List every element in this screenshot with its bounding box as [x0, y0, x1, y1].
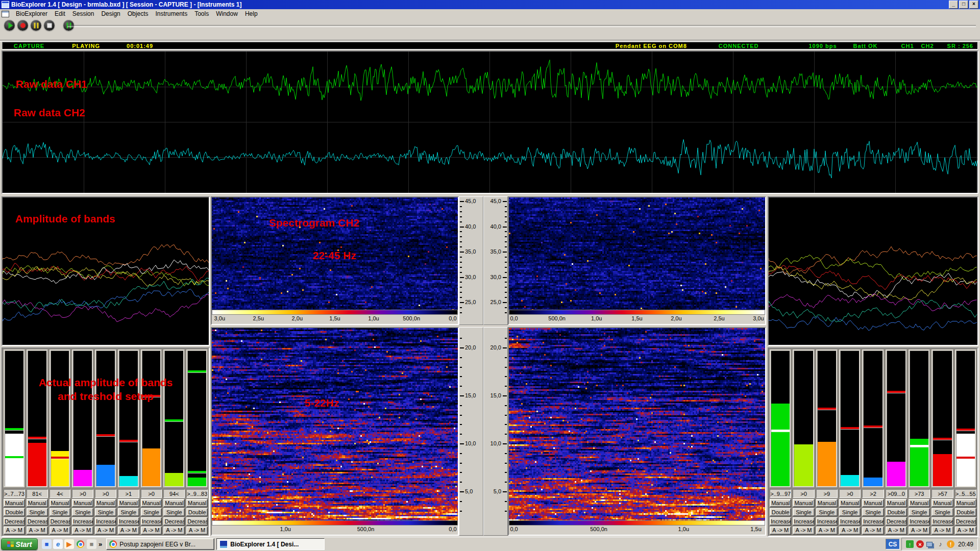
threshold-mark[interactable]	[957, 429, 975, 431]
meter-button-manual[interactable]: Manual	[955, 499, 976, 507]
meter-button-a-m[interactable]: A -> M	[95, 527, 116, 535]
threshold-mark[interactable]	[188, 471, 206, 473]
meter-button-increase[interactable]: Increase	[118, 517, 139, 525]
meter-button-single[interactable]: Single	[141, 508, 162, 516]
meter-button-a-m[interactable]: A -> M	[72, 527, 93, 535]
meter-button-double[interactable]: Double	[4, 508, 25, 516]
meter-button-increase[interactable]: Increase	[95, 517, 116, 525]
meter-button-a-m[interactable]: A -> M	[186, 527, 208, 535]
meter-button-decrease[interactable]: Decrease	[163, 517, 185, 525]
threshold-mark[interactable]	[841, 427, 859, 429]
meter-button-manual[interactable]: Manual	[770, 499, 791, 507]
meter-button-double[interactable]: Double	[770, 508, 791, 516]
meter-button-decrease[interactable]: Decrease	[50, 517, 71, 525]
meter-button-manual[interactable]: Manual	[118, 499, 139, 507]
meter-button-increase[interactable]: Increase	[839, 517, 861, 525]
volume-icon[interactable]: ♪	[937, 540, 944, 548]
meter-button-manual[interactable]: Manual	[839, 499, 861, 507]
menu-session[interactable]: Session	[69, 9, 98, 18]
meter-button-decrease[interactable]: Decrease	[27, 517, 48, 525]
quick-launch-overflow[interactable]: »	[99, 540, 102, 548]
network-icon[interactable]	[926, 542, 933, 547]
meter-button-single[interactable]: Single	[118, 508, 139, 516]
mdi-child-icon[interactable]	[2, 11, 9, 17]
meter-button-single[interactable]: Single	[909, 508, 930, 516]
meter-button-single[interactable]: Single	[839, 508, 861, 516]
meter-button-single[interactable]: Single	[50, 508, 71, 516]
menu-design[interactable]: Design	[97, 9, 124, 18]
explorer-icon[interactable]: ■	[87, 539, 96, 549]
meter-button-double[interactable]: Double	[186, 508, 208, 516]
meter-button-increase[interactable]: Increase	[862, 517, 884, 525]
meter-button-a-m[interactable]: A -> M	[909, 527, 930, 535]
task-button-1[interactable]: Postup zapojení EEG v Br...	[106, 538, 214, 550]
meter-button-decrease[interactable]: Decrease	[955, 517, 976, 525]
safely-remove-icon[interactable]: ↑	[906, 540, 914, 548]
threshold-mark[interactable]	[933, 438, 951, 440]
meter-button-single[interactable]: Single	[95, 508, 116, 516]
meter-button-manual[interactable]: Manual	[27, 499, 48, 507]
meter-button-a-m[interactable]: A -> M	[50, 527, 71, 535]
meter-button-single[interactable]: Single	[163, 508, 185, 516]
menu-tools[interactable]: Tools	[191, 9, 212, 18]
security-shield-icon[interactable]: ×	[916, 540, 924, 548]
task-button-2[interactable]: BioExplorer 1.4 [ Desi...	[216, 538, 325, 550]
meter-button-a-m[interactable]: A -> M	[886, 527, 907, 535]
record-button[interactable]	[17, 20, 28, 31]
threshold-mark[interactable]	[5, 456, 23, 458]
show-desktop-icon[interactable]: ■	[42, 539, 52, 549]
meter-button-a-m[interactable]: A -> M	[27, 527, 48, 535]
threshold-mark[interactable]	[864, 425, 882, 428]
start-button[interactable]: Start	[1, 538, 38, 550]
meter-button-decrease[interactable]: Decrease	[886, 517, 907, 525]
meter-button-manual[interactable]: Manual	[4, 499, 25, 507]
stop-button[interactable]	[44, 20, 55, 31]
meter-button-decrease[interactable]: Decrease	[186, 517, 208, 525]
threshold-mark[interactable]	[887, 391, 905, 393]
threshold-mark[interactable]	[165, 419, 183, 421]
meter-button-double[interactable]: Double	[955, 508, 976, 516]
language-indicator[interactable]: CS	[886, 539, 900, 549]
meter-button-single[interactable]: Single	[72, 508, 93, 516]
internet-explorer-icon[interactable]: e	[53, 539, 63, 549]
chrome-icon[interactable]	[76, 539, 85, 549]
media-player-icon[interactable]: ▶	[64, 539, 74, 549]
meter-button-a-m[interactable]: A -> M	[862, 527, 884, 535]
meter-button-manual[interactable]: Manual	[95, 499, 116, 507]
meter-button-manual[interactable]: Manual	[163, 499, 185, 507]
menu-bioexplorer[interactable]: BioExplorer	[12, 9, 51, 18]
meter-button-manual[interactable]: Manual	[793, 499, 814, 507]
meter-button-manual[interactable]: Manual	[50, 499, 71, 507]
meter-button-a-m[interactable]: A -> M	[793, 527, 814, 535]
play-button[interactable]	[4, 20, 15, 31]
meter-button-single[interactable]: Single	[862, 508, 884, 516]
menu-objects[interactable]: Objects	[124, 9, 152, 18]
threshold-mark[interactable]	[957, 457, 975, 459]
meter-button-a-m[interactable]: A -> M	[770, 527, 791, 535]
meter-button-single[interactable]: Single	[793, 508, 814, 516]
meter-button-a-m[interactable]: A -> M	[839, 527, 861, 535]
meter-button-a-m[interactable]: A -> M	[118, 527, 139, 535]
menu-edit[interactable]: Edit	[51, 9, 69, 18]
threshold-mark[interactable]	[818, 408, 836, 410]
meter-button-manual[interactable]: Manual	[862, 499, 884, 507]
meter-button-increase[interactable]: Increase	[793, 517, 814, 525]
threshold-mark[interactable]	[910, 445, 928, 447]
meter-button-a-m[interactable]: A -> M	[141, 527, 162, 535]
threshold-mark[interactable]	[28, 437, 46, 439]
meter-button-manual[interactable]: Manual	[141, 499, 162, 507]
meter-button-single[interactable]: Single	[816, 508, 838, 516]
threshold-mark[interactable]	[5, 428, 23, 430]
meter-button-a-m[interactable]: A -> M	[4, 527, 25, 535]
meter-button-manual[interactable]: Manual	[886, 499, 907, 507]
threshold-mark[interactable]	[96, 434, 115, 436]
threshold-mark[interactable]	[119, 440, 138, 442]
threshold-mark[interactable]	[771, 430, 790, 432]
meter-button-manual[interactable]: Manual	[72, 499, 93, 507]
meter-button-manual[interactable]: Manual	[186, 499, 208, 507]
meter-button-a-m[interactable]: A -> M	[163, 527, 185, 535]
menu-window[interactable]: Window	[212, 9, 241, 18]
threshold-mark[interactable]	[142, 395, 161, 397]
menu-instruments[interactable]: Instruments	[152, 9, 191, 18]
meter-button-increase[interactable]: Increase	[909, 517, 930, 525]
